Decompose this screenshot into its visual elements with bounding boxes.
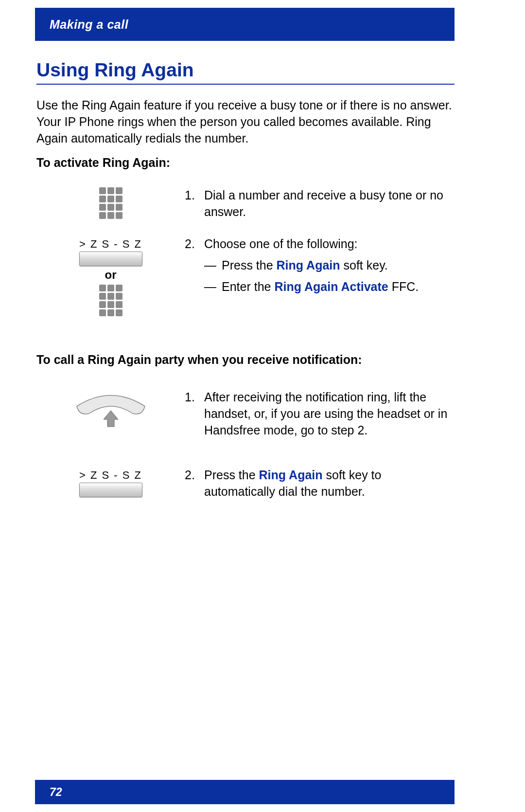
keypad-icon xyxy=(99,285,122,316)
activate-step-1: 1. Dial a number and receive a busy tone… xyxy=(36,187,455,220)
footer-bar: 72 xyxy=(35,780,455,804)
step-text: After receiving the notification ring, l… xyxy=(204,389,455,438)
bullet-2: — Enter the Ring Again Activate FFC. xyxy=(204,279,455,295)
subheading-activate: To activate Ring Again: xyxy=(36,156,170,170)
dash-icon: — xyxy=(204,257,222,274)
subheading-call-party: To call a Ring Again party when you rece… xyxy=(36,353,362,367)
step-number: 2. xyxy=(185,467,204,500)
page-title: Using Ring Again xyxy=(36,59,455,85)
bullet-1: — Press the Ring Again soft key. xyxy=(204,257,455,274)
activate-step-2: > Z S - S Z or 2. Choose one of the foll… xyxy=(36,236,455,316)
bullet-text-post: FFC. xyxy=(388,280,419,293)
step-number: 1. xyxy=(185,187,204,220)
dash-icon: — xyxy=(204,279,222,295)
lift-handset-icon xyxy=(70,389,152,431)
intro-paragraph: Use the Ring Again feature if you receiv… xyxy=(36,97,455,146)
step-text: Dial a number and receive a busy tone or… xyxy=(204,187,455,220)
ring-again-activate-key: Ring Again Activate xyxy=(274,280,388,293)
bullet-text-pre: Enter the xyxy=(222,280,274,293)
ring-again-key: Ring Again xyxy=(259,468,323,482)
page-number: 72 xyxy=(50,786,62,799)
or-label: or xyxy=(105,268,117,282)
softkey-code-label: > Z S - S Z xyxy=(79,469,142,482)
header-bar: Making a call xyxy=(35,8,455,41)
bullet-text-pre: Press the xyxy=(222,258,277,272)
ring-again-key: Ring Again xyxy=(277,258,340,272)
softkey-code-label: > Z S - S Z xyxy=(79,238,142,251)
softkey-icon xyxy=(79,483,142,497)
call-step-2: > Z S - S Z 2. Press the Ring Again soft… xyxy=(36,467,455,500)
step-text-pre: Press the xyxy=(204,468,259,482)
keypad-icon xyxy=(99,187,122,219)
step-number: 2. xyxy=(185,236,204,316)
step-number: 1. xyxy=(185,389,204,438)
bullet-text-post: soft key. xyxy=(340,258,388,272)
step-intro: Choose one of the following: xyxy=(204,236,455,253)
section-title: Making a call xyxy=(50,18,128,32)
softkey-icon xyxy=(79,252,142,266)
call-step-1: 1. After receiving the notification ring… xyxy=(36,389,455,438)
